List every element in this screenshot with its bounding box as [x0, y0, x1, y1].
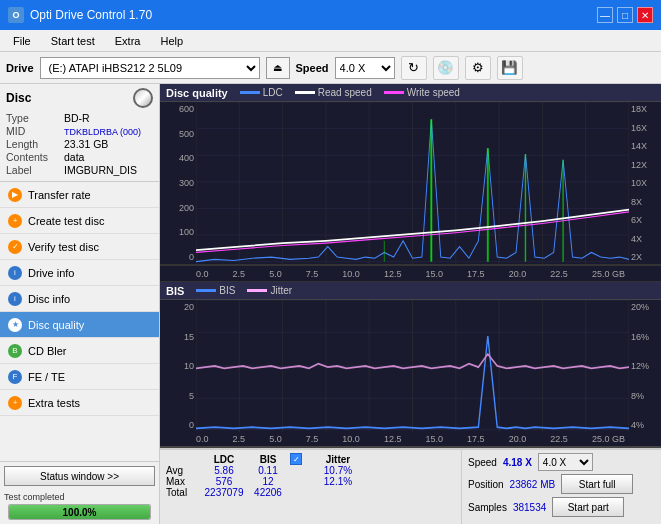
total-bis: 42206	[246, 487, 290, 498]
top-chart-area: 600 500 400 300 200 100 0	[160, 102, 661, 264]
x-225: 22.5	[550, 269, 568, 279]
menu-extra[interactable]: Extra	[106, 32, 150, 50]
sidebar-item-disc-info[interactable]: i Disc info	[0, 286, 159, 312]
status-text: Test completed	[4, 492, 65, 502]
sidebar-item-fe-te[interactable]: F FE / TE	[0, 364, 159, 390]
bx-75: 7.5	[306, 434, 319, 444]
disc-section: Disc Type BD-R MID TDKBLDRBA (000) Lengt…	[0, 84, 159, 182]
sidebar-item-drive-info[interactable]: i Drive info	[0, 260, 159, 286]
bx-100: 10.0	[342, 434, 360, 444]
nav-label-disc-info: Disc info	[28, 293, 70, 305]
samples-row: Samples 381534 Start part	[468, 497, 655, 517]
bis-legend-color	[196, 289, 216, 292]
menu-file[interactable]: File	[4, 32, 40, 50]
disc-icon	[133, 88, 153, 108]
position-value: 23862 MB	[510, 479, 556, 490]
eject-button[interactable]: ⏏	[266, 57, 290, 79]
x-125: 12.5	[384, 269, 402, 279]
disc-label-value: IMGBURN_DIS	[64, 164, 137, 176]
bottom-chart-svg	[196, 300, 629, 432]
start-part-button[interactable]: Start part	[552, 497, 624, 517]
stats-grid: LDC BIS ✓ Jitter Avg 5.86 0.11 10.7% Max…	[166, 453, 455, 498]
col-ldc-header: LDC	[202, 454, 246, 465]
x-175: 17.5	[467, 269, 485, 279]
status-window-button[interactable]: Status window >>	[4, 466, 155, 486]
y-b-15: 15	[184, 332, 194, 342]
speed-select[interactable]: 4.0 X	[335, 57, 395, 79]
max-ldc: 576	[202, 476, 246, 487]
bx-175: 17.5	[467, 434, 485, 444]
close-button[interactable]: ✕	[637, 7, 653, 23]
progress-section: Test completed 100.0%	[0, 490, 159, 524]
app-title: Opti Drive Control 1.70	[30, 8, 152, 22]
menu-help[interactable]: Help	[151, 32, 192, 50]
speed-label: Speed	[296, 62, 329, 74]
save-button[interactable]: 💾	[497, 56, 523, 80]
ldc-legend-color	[240, 91, 260, 94]
start-full-button[interactable]: Start full	[561, 474, 633, 494]
speed-select-control[interactable]: 4.0 X	[538, 453, 593, 471]
y-right-16x: 16X	[631, 123, 647, 133]
sidebar-item-verify-test-disc[interactable]: ✓ Verify test disc	[0, 234, 159, 260]
bx-150: 15.0	[426, 434, 444, 444]
bx-125: 12.5	[384, 434, 402, 444]
y-r-4pct: 4%	[631, 420, 644, 430]
y-right-2x: 2X	[631, 252, 642, 262]
y-label-100: 100	[179, 227, 194, 237]
minimize-button[interactable]: —	[597, 7, 613, 23]
samples-label: Samples	[468, 502, 507, 513]
maximize-button[interactable]: □	[617, 7, 633, 23]
y-right-4x: 4X	[631, 234, 642, 244]
jitter-legend: Jitter	[247, 285, 292, 296]
nav-label-drive-info: Drive info	[28, 267, 74, 279]
disc-length-label: Length	[6, 138, 64, 150]
disc-button[interactable]: 💿	[433, 56, 459, 80]
stats-right: Speed 4.18 X 4.0 X Position 23862 MB Sta…	[461, 450, 661, 524]
menu-start-test[interactable]: Start test	[42, 32, 104, 50]
bx-225: 22.5	[550, 434, 568, 444]
avg-bis: 0.11	[246, 465, 290, 476]
sidebar-item-disc-quality[interactable]: ★ Disc quality	[0, 312, 159, 338]
sidebar-item-cd-bler[interactable]: B CD Bler	[0, 338, 159, 364]
position-row: Position 23862 MB Start full	[468, 474, 655, 494]
verify-test-disc-icon: ✓	[8, 240, 22, 254]
create-test-disc-icon: +	[8, 214, 22, 228]
sidebar-item-create-test-disc[interactable]: + Create test disc	[0, 208, 159, 234]
max-label: Max	[166, 476, 202, 487]
avg-jitter: 10.7%	[306, 465, 370, 476]
settings-button[interactable]: ⚙	[465, 56, 491, 80]
jitter-checkbox[interactable]: ✓	[290, 453, 302, 465]
disc-quality-icon: ★	[8, 318, 22, 332]
y-r-16pct: 16%	[631, 332, 649, 342]
y-b-0: 0	[189, 420, 194, 430]
speed-value: 4.18 X	[503, 457, 532, 468]
disc-length-value: 23.31 GB	[64, 138, 108, 150]
drive-select[interactable]: (E:) ATAPI iHBS212 2 5L09	[40, 57, 260, 79]
bx-0: 0.0	[196, 434, 209, 444]
drive-label: Drive	[6, 62, 34, 74]
top-chart-plot	[196, 102, 629, 264]
window-controls: — □ ✕	[597, 7, 653, 23]
write-legend-label: Write speed	[407, 87, 460, 98]
refresh-button[interactable]: ↻	[401, 56, 427, 80]
sidebar-item-extra-tests[interactable]: + Extra tests	[0, 390, 159, 416]
sidebar-item-transfer-rate[interactable]: ▶ Transfer rate	[0, 182, 159, 208]
ldc-legend-label: LDC	[263, 87, 283, 98]
avg-label: Avg	[166, 465, 202, 476]
menu-bar: File Start test Extra Help	[0, 30, 661, 52]
extra-tests-icon: +	[8, 396, 22, 410]
max-bis: 12	[246, 476, 290, 487]
nav-label-extra-tests: Extra tests	[28, 397, 80, 409]
disc-contents-label: Contents	[6, 151, 64, 163]
x-25: 2.5	[233, 269, 246, 279]
y-r-8pct: 8%	[631, 391, 644, 401]
app-icon: O	[8, 7, 24, 23]
col-bis-header: BIS	[246, 454, 290, 465]
speed-label: Speed	[468, 457, 497, 468]
x-200: 20.0	[509, 269, 527, 279]
y-label-500: 500	[179, 129, 194, 139]
bottom-x-axis: 0.0 2.5 5.0 7.5 10.0 12.5 15.0 17.5 20.0…	[160, 432, 661, 448]
x-100: 10.0	[342, 269, 360, 279]
disc-mid-value: TDKBLDRBA (000)	[64, 127, 141, 137]
disc-info-icon: i	[8, 292, 22, 306]
